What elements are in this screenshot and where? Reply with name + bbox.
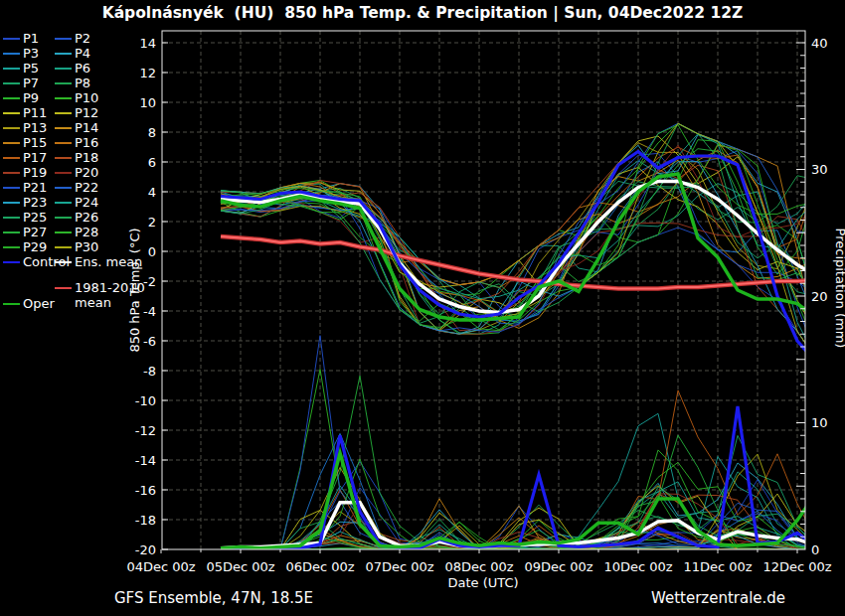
legend-swatch-p4 — [55, 53, 72, 55]
legend-swatch-p13 — [3, 127, 20, 129]
x-tick-label: 04Dec 00z — [126, 559, 195, 574]
legend-swatch-p8 — [55, 82, 72, 84]
legend-item-p1: P1 — [23, 31, 39, 46]
x-tick-label: 09Dec 00z — [524, 559, 592, 574]
legend-swatch-p21 — [3, 187, 20, 189]
legend-swatch-p23 — [3, 202, 20, 204]
x-tick-label: 10Dec 00z — [603, 559, 672, 574]
legend-item-p17: P17 — [23, 150, 47, 165]
legend-item-p15: P15 — [23, 135, 47, 150]
legend-item-p22: P22 — [75, 180, 98, 195]
legend-swatch-p17 — [3, 157, 20, 159]
legend-swatch-p16 — [55, 142, 72, 144]
meteogram-screenshot: Kápolnásnyék (HU) 850 hPa Temp. & Precip… — [0, 0, 845, 616]
y-left-tick-label: -14 — [135, 453, 156, 468]
legend-swatch-p7 — [3, 82, 20, 84]
y-left-tick-label: -20 — [135, 542, 156, 557]
legend-item-p30: P30 — [75, 239, 98, 254]
legend-swatch-p18 — [55, 157, 72, 159]
y-right-tick-label: 40 — [811, 36, 828, 51]
x-tick-label: 08Dec 00z — [444, 559, 513, 574]
x-tick-label: 07Dec 00z — [365, 559, 433, 574]
y-right-axis-title: Precipitation (mm) — [833, 229, 845, 349]
legend-item-p13: P13 — [23, 120, 47, 135]
legend-swatch-p14 — [55, 127, 72, 129]
legend-item-p9: P9 — [23, 90, 39, 105]
legend-swatch-p24 — [55, 202, 72, 204]
legend-item-climate-mean: 1981-2010 mean — [75, 280, 166, 310]
legend-item-p11: P11 — [23, 105, 47, 120]
legend-item-oper: Oper — [23, 296, 55, 311]
legend-swatch-p30 — [55, 246, 72, 248]
legend-swatch-climate-mean — [55, 287, 72, 289]
x-tick-label: 05Dec 00z — [206, 559, 274, 574]
legend-item-p28: P28 — [75, 225, 98, 239]
legend-item-ens-mean: Ens. mean — [75, 254, 142, 269]
legend-swatch-p19 — [3, 172, 20, 174]
y-right-tick-label: 10 — [811, 415, 828, 430]
x-axis-title: Date (UTC) — [447, 575, 518, 590]
legend-swatch-p9 — [3, 97, 20, 99]
legend-item-p14: P14 — [75, 120, 98, 135]
legend-swatch-p25 — [3, 217, 20, 219]
legend-swatch-control — [3, 261, 20, 263]
legend-swatch-p6 — [55, 68, 72, 70]
legend-item-p18: P18 — [75, 150, 98, 165]
legend-swatch-oper — [3, 303, 20, 305]
legend-swatch-ens-mean — [55, 261, 72, 263]
legend-swatch-p12 — [55, 112, 72, 114]
legend-swatch-p29 — [3, 246, 20, 248]
y-left-tick-label: -16 — [135, 483, 156, 498]
legend-item-p12: P12 — [75, 105, 98, 120]
y-right-tick-label: 30 — [811, 162, 828, 177]
legend-item-p16: P16 — [75, 135, 98, 150]
legend-item-p10: P10 — [75, 90, 98, 105]
footer-model-info: GFS Ensemble, 47N, 18.5E — [114, 589, 313, 607]
legend-swatch-p1 — [3, 38, 20, 40]
legend-swatch-p2 — [55, 38, 72, 40]
legend-swatch-p26 — [55, 217, 72, 219]
legend-swatch-p11 — [3, 112, 20, 114]
legend-item-p2: P2 — [75, 31, 90, 46]
legend-swatch-p3 — [3, 53, 20, 55]
legend-item-p19: P19 — [23, 165, 47, 180]
legend-item-p25: P25 — [23, 210, 47, 225]
legend-item-p5: P5 — [23, 61, 39, 76]
legend-item-p23: P23 — [23, 195, 47, 210]
legend-item-p6: P6 — [75, 61, 90, 76]
x-tick-label: 12Dec 00z — [762, 559, 831, 574]
y-left-tick-label: -18 — [135, 513, 156, 528]
y-right-tick-label: 0 — [811, 542, 819, 557]
legend-item-p29: P29 — [23, 239, 47, 254]
legend-swatch-p27 — [3, 231, 20, 233]
x-tick-label: 06Dec 00z — [285, 559, 354, 574]
legend-swatch-p20 — [55, 172, 72, 174]
legend-item-p4: P4 — [75, 46, 90, 61]
legend-item-p8: P8 — [75, 76, 90, 90]
legend-item-p24: P24 — [75, 195, 98, 210]
legend-item-p20: P20 — [75, 165, 98, 180]
legend-swatch-p28 — [55, 231, 72, 233]
legend-swatch-p22 — [55, 187, 72, 189]
legend: P1P2P3P4P5P6P7P8P9P10P11P12P13P14P15P16P… — [0, 0, 159, 427]
legend-swatch-p10 — [55, 97, 72, 99]
legend-item-p21: P21 — [23, 180, 47, 195]
legend-item-p3: P3 — [23, 46, 39, 61]
footer-site-name: Wetterzentrale.de — [651, 589, 785, 607]
legend-item-p27: P27 — [23, 225, 47, 239]
legend-swatch-p5 — [3, 68, 20, 70]
legend-item-p26: P26 — [75, 210, 98, 225]
legend-item-p7: P7 — [23, 76, 39, 90]
x-tick-label: 11Dec 00z — [683, 559, 752, 574]
legend-swatch-p15 — [3, 142, 20, 144]
y-right-tick-label: 20 — [811, 289, 828, 304]
